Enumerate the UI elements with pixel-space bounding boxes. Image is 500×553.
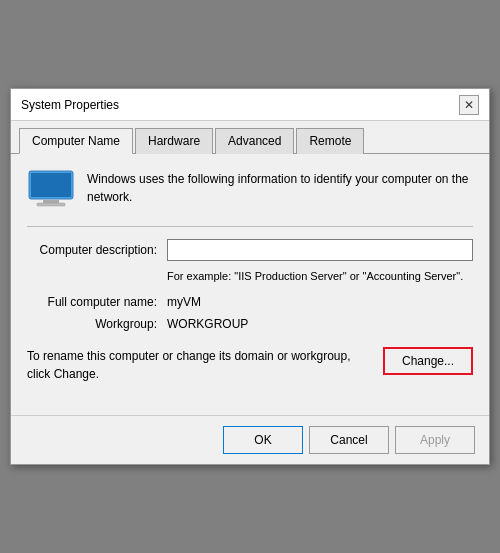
- ok-button[interactable]: OK: [223, 426, 303, 454]
- tab-remote[interactable]: Remote: [296, 128, 364, 154]
- full-computer-name-value: myVM: [167, 295, 201, 309]
- tab-content: Windows uses the following information t…: [11, 154, 489, 414]
- tabs-container: Computer Name Hardware Advanced Remote: [11, 121, 489, 154]
- tab-computer-name[interactable]: Computer Name: [19, 128, 133, 154]
- tab-advanced[interactable]: Advanced: [215, 128, 294, 154]
- tab-hardware[interactable]: Hardware: [135, 128, 213, 154]
- apply-button[interactable]: Apply: [395, 426, 475, 454]
- cancel-button[interactable]: Cancel: [309, 426, 389, 454]
- info-text: Windows uses the following information t…: [87, 170, 473, 206]
- rename-section: To rename this computer or change its do…: [27, 347, 473, 383]
- divider: [27, 226, 473, 227]
- rename-text: To rename this computer or change its do…: [27, 347, 367, 383]
- workgroup-row: Workgroup: WORKGROUP: [27, 317, 473, 331]
- workgroup-value: WORKGROUP: [167, 317, 248, 331]
- computer-description-row: Computer description:: [27, 239, 473, 261]
- computer-description-input[interactable]: [167, 239, 473, 261]
- svg-rect-1: [31, 173, 71, 197]
- hint-text: For example: "IIS Production Server" or …: [167, 269, 473, 284]
- full-computer-name-row: Full computer name: myVM: [27, 295, 473, 309]
- change-button[interactable]: Change...: [383, 347, 473, 375]
- title-bar: System Properties ✕: [11, 89, 489, 121]
- svg-rect-3: [37, 203, 65, 206]
- window-title: System Properties: [21, 98, 119, 112]
- info-box: Windows uses the following information t…: [27, 170, 473, 210]
- full-computer-name-label: Full computer name:: [27, 295, 167, 309]
- close-button[interactable]: ✕: [459, 95, 479, 115]
- system-properties-window: System Properties ✕ Computer Name Hardwa…: [10, 88, 490, 464]
- bottom-bar: OK Cancel Apply: [11, 415, 489, 464]
- computer-icon: [27, 170, 75, 210]
- workgroup-label: Workgroup:: [27, 317, 167, 331]
- svg-rect-2: [43, 200, 59, 203]
- computer-description-label: Computer description:: [27, 243, 167, 257]
